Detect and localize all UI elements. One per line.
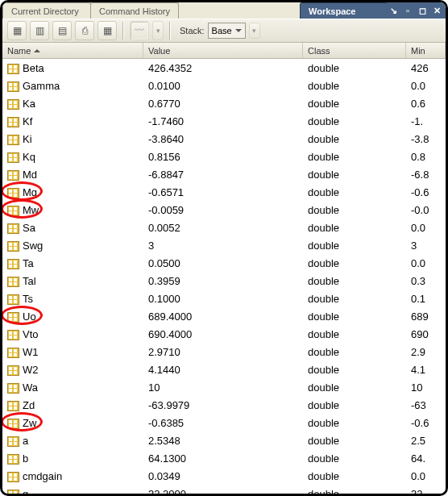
panel-tabs: Current Directory Command History Worksp…: [2, 2, 446, 19]
cell-name: Ka: [2, 94, 143, 112]
variable-name: Beta: [23, 62, 44, 74]
variable-name: Gamma: [23, 80, 60, 92]
table-row[interactable]: Zw-0.6385double-0.6: [2, 414, 446, 431]
cell-class: double: [303, 431, 406, 449]
cell-min: 64.: [406, 449, 446, 467]
print-button[interactable]: ⎙: [75, 21, 94, 40]
workspace-panel: Current Directory Command History Worksp…: [0, 0, 448, 496]
variable-icon: [7, 151, 19, 163]
cell-class: double: [303, 485, 406, 494]
variable-name: Kq: [23, 151, 35, 163]
cell-value: -63.9979: [143, 396, 303, 414]
cell-min: 32.: [406, 485, 446, 494]
variable-table: Beta426.4352double426Gamma0.0100double0.…: [2, 59, 446, 494]
table-row[interactable]: Gamma0.0100double0.0: [2, 77, 446, 94]
cell-min: -0.6: [406, 414, 446, 431]
table-row[interactable]: Kf-1.7460double-1.: [2, 112, 446, 130]
variable-icon: [7, 133, 19, 145]
table-row[interactable]: g32.2000double32.: [2, 485, 446, 494]
cell-min: 0.8: [406, 148, 446, 165]
print-icon: ⎙: [82, 25, 88, 36]
table-row[interactable]: W24.1440double4.1: [2, 361, 446, 378]
cell-min: 2.5: [406, 431, 446, 449]
header-value[interactable]: Value: [143, 43, 303, 58]
table-row[interactable]: a2.5348double2.5: [2, 431, 446, 449]
variable-icon: [7, 381, 19, 394]
cell-class: double: [303, 343, 406, 361]
minimize-icon[interactable]: ▫: [402, 5, 413, 16]
stack-select[interactable]: Base: [208, 23, 246, 39]
table-row[interactable]: Ta0.0500double0.0: [2, 254, 446, 272]
cell-name: Zw: [2, 414, 143, 431]
variable-name: Sa: [23, 222, 35, 234]
save-workspace-button[interactable]: ▤: [52, 21, 72, 40]
cell-min: 0.1: [406, 290, 446, 307]
header-name[interactable]: Name: [2, 43, 143, 58]
header-min[interactable]: Min: [406, 43, 446, 58]
stack-select-value: Base: [212, 26, 232, 35]
cell-name: Beta: [2, 59, 143, 77]
table-row[interactable]: Vto690.4000double690: [2, 325, 446, 343]
variable-icon: [7, 222, 19, 234]
table-row[interactable]: Md-6.8847double-6.8: [2, 165, 446, 183]
undock-icon[interactable]: ↘: [388, 5, 399, 16]
maximize-icon[interactable]: ◻: [417, 5, 428, 16]
cell-value: 10: [143, 378, 303, 396]
tab-current-directory[interactable]: Current Directory: [2, 2, 91, 19]
cell-name: g: [2, 485, 143, 494]
variable-name: W1: [23, 346, 39, 358]
cell-min: 690: [406, 325, 446, 343]
variable-icon: [7, 346, 19, 358]
cell-class: double: [303, 467, 406, 485]
delete-button[interactable]: ▦: [97, 21, 117, 40]
variable-name: Tal: [23, 275, 36, 287]
cell-name: Swg: [2, 236, 143, 254]
header-class[interactable]: Class: [303, 43, 406, 58]
window-buttons: ↘ ▫ ◻ ✕: [388, 2, 446, 19]
table-row[interactable]: Zd-63.9979double-63: [2, 396, 446, 414]
table-row[interactable]: Wa10double10: [2, 378, 446, 396]
plot-button[interactable]: 〰: [130, 21, 149, 40]
table-row[interactable]: Swg3double3: [2, 236, 446, 254]
cell-min: 10: [406, 378, 446, 396]
cell-name: Wa: [2, 378, 143, 396]
cell-value: 4.1440: [143, 361, 303, 378]
cell-name: Ki: [2, 130, 143, 148]
table-row[interactable]: Mq-0.6571double-0.6: [2, 183, 446, 201]
table-row[interactable]: Ki-3.8640double-3.8: [2, 130, 446, 148]
variable-name: W2: [23, 364, 39, 376]
cell-value: 2.9710: [143, 343, 303, 361]
table-row[interactable]: Beta426.4352double426: [2, 59, 446, 77]
cell-name: Tal: [2, 272, 143, 290]
table-row[interactable]: Ts0.1000double0.1: [2, 290, 446, 307]
variable-icon: [7, 240, 19, 252]
cell-name: Mq: [2, 183, 143, 201]
table-row[interactable]: Sa0.0052double0.0: [2, 219, 446, 236]
cell-class: double: [303, 130, 406, 148]
tab-command-history[interactable]: Command History: [90, 2, 179, 19]
grid-icon: ▦: [13, 25, 22, 36]
new-variable-button[interactable]: ▦: [7, 21, 27, 40]
table-row[interactable]: Tal0.3959double0.3: [2, 272, 446, 290]
tab-workspace[interactable]: Workspace: [300, 2, 388, 19]
variable-icon: [7, 399, 19, 411]
stack-dropdown-button[interactable]: ▾: [249, 23, 260, 39]
cell-min: 0.0: [406, 254, 446, 272]
table-row[interactable]: cmdgain0.0349double0.0: [2, 467, 446, 485]
cell-value: -6.8847: [143, 165, 303, 183]
cell-min: 0.0: [406, 467, 446, 485]
import-data-button[interactable]: ▥: [30, 21, 49, 40]
table-row[interactable]: b64.1300double64.: [2, 449, 446, 467]
table-row[interactable]: Ka0.6770double0.6: [2, 94, 446, 112]
cell-class: double: [303, 148, 406, 165]
table-row[interactable]: W12.9710double2.9: [2, 343, 446, 361]
cell-name: b: [2, 449, 143, 467]
close-icon[interactable]: ✕: [431, 5, 442, 16]
cell-name: Gamma: [2, 77, 143, 94]
table-row[interactable]: Uo689.4000double689: [2, 307, 446, 325]
table-row[interactable]: Mw-0.0059double-0.0: [2, 201, 446, 219]
plot-dropdown-button[interactable]: ▾: [152, 21, 164, 40]
table-row[interactable]: Kq0.8156double0.8: [2, 148, 446, 165]
cell-value: -3.8640: [143, 130, 303, 148]
cell-min: 689: [406, 307, 446, 325]
